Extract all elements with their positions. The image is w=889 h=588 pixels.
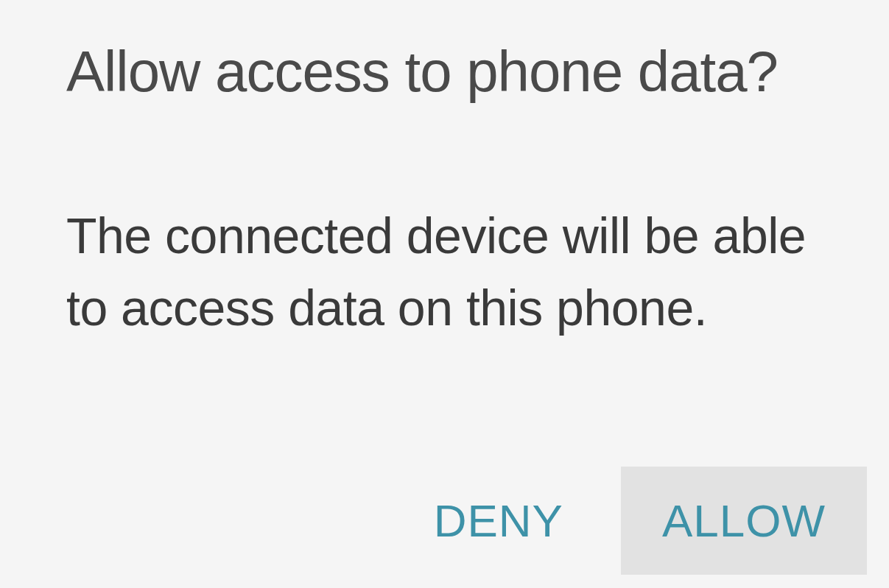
- permission-dialog: Allow access to phone data? The connecte…: [0, 0, 889, 588]
- dialog-button-row: DENY ALLOW: [398, 467, 867, 575]
- dialog-title: Allow access to phone data?: [66, 40, 823, 104]
- allow-button[interactable]: ALLOW: [621, 467, 867, 575]
- deny-button[interactable]: DENY: [398, 471, 599, 570]
- dialog-body: The connected device will be able to acc…: [66, 199, 823, 344]
